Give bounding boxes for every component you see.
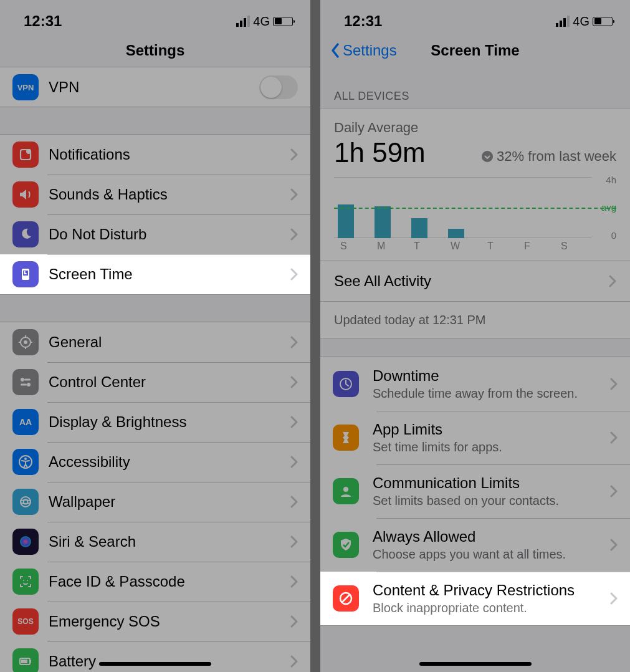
row-accessibility[interactable]: Accessibility xyxy=(0,442,310,482)
page-title: Settings xyxy=(126,42,185,59)
network-label: 4G xyxy=(573,14,589,29)
row-label: Wallpaper xyxy=(49,493,290,511)
svg-point-22 xyxy=(21,500,31,504)
chevron-right-icon xyxy=(610,378,618,390)
row-label: Face ID & Passcode xyxy=(49,573,290,590)
row-communication-limits[interactable]: Communication LimitsSet limits based on … xyxy=(320,464,630,518)
sos-icon: SOS xyxy=(12,608,39,635)
svg-rect-27 xyxy=(30,660,31,663)
restrict-icon xyxy=(333,585,359,612)
row-notifications[interactable]: Notifications xyxy=(0,135,310,175)
svg-line-33 xyxy=(342,595,350,602)
row-content-privacy-restrictions[interactable]: Content & Privacy RestrictionsBlock inap… xyxy=(320,572,630,625)
chevron-right-icon xyxy=(290,188,298,201)
back-button[interactable]: Settings xyxy=(330,34,397,67)
row-subtitle: Choose apps you want at all times. xyxy=(373,547,610,562)
row-downtime[interactable]: DowntimeSchedule time away from the scre… xyxy=(320,357,630,411)
general-icon xyxy=(12,329,39,355)
status-time: 12:31 xyxy=(344,12,382,30)
row-label: General xyxy=(49,334,290,351)
row-subtitle: Block inappropriate content. xyxy=(373,601,610,615)
chevron-right-icon xyxy=(290,456,298,468)
chevron-right-icon xyxy=(610,539,618,551)
chevron-right-icon xyxy=(290,148,298,161)
svg-point-15 xyxy=(27,383,31,386)
dnd-icon xyxy=(12,221,39,247)
svg-rect-5 xyxy=(24,271,26,273)
chevron-right-icon xyxy=(290,575,298,588)
row-emergency-sos[interactable]: SOSEmergency SOS xyxy=(0,602,310,641)
row-always-allowed[interactable]: Always AllowedChoose apps you want at al… xyxy=(320,518,630,572)
row-siri-search[interactable]: Siri & Search xyxy=(0,522,310,562)
row-title: App Limits xyxy=(373,421,610,438)
delta-from-last-week: 32% from last week xyxy=(482,148,616,165)
chevron-right-icon xyxy=(610,485,618,497)
row-subtitle: Schedule time away from the screen. xyxy=(373,386,610,401)
row-label: VPN xyxy=(49,79,259,96)
downtime-icon xyxy=(333,371,359,397)
commlimits-icon xyxy=(333,478,359,504)
svg-rect-14 xyxy=(24,379,31,381)
section-header: ALL DEVICES xyxy=(320,67,630,108)
signal-icon xyxy=(556,16,570,27)
allowed-icon xyxy=(333,532,359,558)
usage-bar-chart: 4h 0 avg SMTWTFS xyxy=(334,177,616,252)
daily-average-label: Daily Average xyxy=(334,120,616,136)
chevron-right-icon xyxy=(290,615,298,628)
row-battery[interactable]: Battery xyxy=(0,641,310,672)
faceid-icon xyxy=(12,569,39,595)
chevron-right-icon xyxy=(290,268,298,281)
nav-bar: Settings Screen Time xyxy=(320,34,630,67)
chevron-right-icon xyxy=(290,496,298,508)
row-label: Siri & Search xyxy=(49,533,290,550)
svg-point-8 xyxy=(24,340,27,344)
chart-bar xyxy=(338,204,354,238)
svg-rect-6 xyxy=(24,273,27,274)
row-title: Content & Privacy Restrictions xyxy=(373,582,610,599)
row-label: Screen Time xyxy=(49,266,290,283)
chart-bar xyxy=(448,229,464,238)
notifications-icon xyxy=(12,142,39,168)
battery-icon xyxy=(593,17,613,26)
row-subtitle: Set limits based on your contacts. xyxy=(373,494,610,508)
row-face-id-passcode[interactable]: Face ID & Passcode xyxy=(0,562,310,602)
signal-icon xyxy=(236,16,250,27)
row-wallpaper[interactable]: Wallpaper xyxy=(0,482,310,522)
svg-point-2 xyxy=(26,149,31,154)
row-sounds-haptics[interactable]: Sounds & Haptics xyxy=(0,175,310,214)
see-all-activity[interactable]: See All Activity xyxy=(320,261,630,301)
row-display-brightness[interactable]: AADisplay & Brightness xyxy=(0,402,310,442)
row-subtitle: Set time limits for apps. xyxy=(373,440,610,454)
battery-icon xyxy=(12,648,39,672)
svg-rect-16 xyxy=(21,384,27,386)
home-indicator[interactable] xyxy=(419,662,532,666)
row-label: Battery xyxy=(49,653,290,670)
svg-point-29 xyxy=(482,151,493,162)
chart-bar xyxy=(411,218,427,238)
row-label: Display & Brightness xyxy=(49,413,290,431)
row-general[interactable]: General xyxy=(0,322,310,362)
svg-point-23 xyxy=(20,536,31,547)
svg-point-31 xyxy=(343,487,348,492)
battery-icon xyxy=(273,17,293,26)
status-bar: 12:31 4G xyxy=(0,0,310,34)
svg-point-25 xyxy=(27,580,28,581)
row-do-not-disturb[interactable]: Do Not Disturb xyxy=(0,214,310,254)
row-app-limits[interactable]: App LimitsSet time limits for apps. xyxy=(320,411,630,464)
row-title: Downtime xyxy=(373,367,610,385)
row-label: Emergency SOS xyxy=(49,613,290,630)
accessibility-icon xyxy=(12,449,39,475)
nav-bar: Settings xyxy=(0,34,310,67)
row-control-center[interactable]: Control Center xyxy=(0,362,310,402)
vpn-icon: VPN xyxy=(12,74,39,100)
row-label: Do Not Disturb xyxy=(49,226,290,243)
row-screen-time[interactable]: Screen Time xyxy=(0,254,310,294)
wallpaper-icon xyxy=(12,489,39,515)
vpn-switch[interactable] xyxy=(259,75,298,99)
home-indicator[interactable] xyxy=(99,662,211,666)
svg-point-19 xyxy=(24,458,27,460)
chevron-right-icon xyxy=(290,535,298,548)
svg-text:VPN: VPN xyxy=(17,83,34,92)
chevron-right-icon xyxy=(290,416,298,428)
row-vpn[interactable]: VPN VPN xyxy=(0,67,310,107)
